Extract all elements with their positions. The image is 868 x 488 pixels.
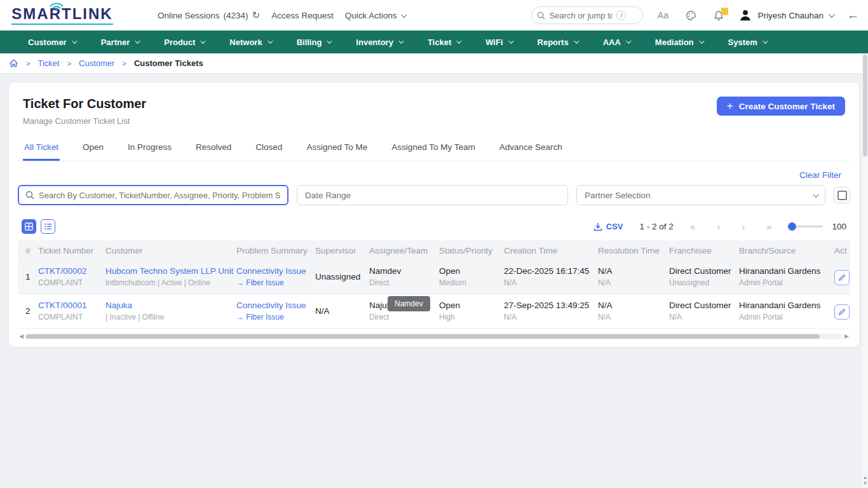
theme-palette-icon[interactable] [682,7,699,24]
tab-open[interactable]: Open [81,139,105,161]
ticket-search-field[interactable] [18,185,288,205]
nav-reports[interactable]: Reports [538,37,578,47]
nav-mediation[interactable]: Mediation [655,37,703,47]
slider-handle[interactable] [788,222,796,231]
create-customer-ticket-button[interactable]: + Create Customer Ticket [717,97,845,116]
nav-aaa[interactable]: AAA [603,37,630,47]
smartlink-logo[interactable]: SMARTLINK [9,6,116,25]
prev-page-button[interactable]: ‹ [717,221,720,232]
breadcrumb-customer[interactable]: Customer [79,58,114,68]
nav-ticket[interactable]: Ticket [428,37,460,47]
nav-system[interactable]: System [728,37,766,47]
edit-ticket-button[interactable] [834,270,850,285]
problem-summary-link[interactable]: Connectivity Issue [236,301,310,311]
grid-view-toggle[interactable] [22,219,36,234]
list-view-toggle[interactable] [41,219,55,234]
home-icon[interactable] [9,58,18,68]
table-row[interactable]: 1 CTKT/00002 COMPLAINT Hubcom Techno Sys… [18,261,850,295]
font-size-toggle[interactable]: Aa [654,7,671,24]
ticket-search-input[interactable] [39,191,281,200]
edit-ticket-button[interactable] [834,304,850,320]
online-sessions[interactable]: Online Sessions (4234) ↻ [158,10,260,21]
creation-time: 27-Sep-2025 13:49:25 [504,301,593,311]
scroll-right-arrow[interactable]: ▶ [844,334,849,339]
ticket-type: COMPLAINT [38,278,100,288]
nav-wifi[interactable]: WiFi [485,37,512,47]
scroll-left-arrow[interactable]: ◀ [19,334,24,339]
horizontal-scrollbar[interactable]: ◀ ▶ [19,333,849,339]
nav-partner[interactable]: Partner [101,37,139,47]
scroll-down-arrow[interactable]: ▲▼ [862,475,868,487]
problem-summary-link[interactable]: Connectivity Issue [236,266,310,277]
nav-label: Ticket [428,37,451,47]
chevron-down-icon [327,38,332,43]
breadcrumb-separator: > [122,60,126,67]
nav-label: Reports [538,37,569,47]
nav-network[interactable]: Network [229,37,271,47]
nav-customer[interactable]: Customer [28,37,76,47]
clear-filter-link[interactable]: Clear Filter [799,170,841,180]
csv-export-button[interactable]: CSV [593,222,623,231]
ticket-number-link[interactable]: CTKT/00001 [38,301,100,311]
ticket-number-link[interactable]: CTKT/00002 [38,266,100,277]
breadcrumb: > Ticket > Customer > Customer Tickets [0,53,868,74]
table-row[interactable]: 2 CTKT/00001 COMPLAINT Najuka | Inactive… [18,295,850,329]
nav-product[interactable]: Product [164,37,204,47]
nav-billing[interactable]: Billing [297,37,331,47]
partner-filter-checkbox[interactable] [834,187,850,203]
breadcrumb-ticket[interactable]: Ticket [37,58,59,68]
col-ticket-number: Ticket Number [36,246,103,255]
scrollbar-thumb[interactable] [26,334,820,339]
list-icon [44,222,52,231]
quick-actions-menu[interactable]: Quick Actions [345,11,405,20]
user-menu[interactable]: Priyesh Chauhan [738,8,833,22]
customer-status: | Inactive | Offline [105,313,231,323]
tab-advance-search[interactable]: Advance Search [498,139,564,161]
search-icon [537,11,545,20]
customer-link[interactable]: Najuka [105,301,231,311]
access-request-link[interactable]: Access Request [271,11,334,20]
nav-label: Customer [28,37,67,47]
vertical-scrollbar[interactable]: ▲▼ [862,53,868,488]
search-icon [25,191,34,200]
back-arrow-icon[interactable]: ← [847,8,859,22]
chevron-down-icon [268,38,273,43]
breadcrumb-separator: > [26,60,30,67]
next-page-button[interactable]: › [742,221,745,232]
table-toolbar: CSV 1 - 2 of 2 « ‹ › » 100 [18,205,850,240]
nav-label: AAA [603,37,621,47]
scrollbar-track[interactable] [25,334,843,339]
resolution-time: N/A [598,301,664,311]
priority-value: High [439,313,499,323]
last-page-button[interactable]: » [766,221,771,232]
tab-assigned-to-my-team[interactable]: Assigned To My Team [390,139,477,161]
nav-inventory[interactable]: Inventory [356,37,402,47]
main-navigation: Customer Partner Product Network Billing… [0,30,868,53]
user-name: Priyesh Chauhan [757,11,824,20]
date-range-input[interactable] [297,185,568,205]
tab-resolved[interactable]: Resolved [194,139,233,161]
first-page-button[interactable]: « [690,221,695,232]
refresh-icon[interactable]: ↻ [252,10,261,21]
tab-closed[interactable]: Closed [254,139,283,161]
ticket-type: COMPLAINT [38,313,100,323]
pencil-icon [838,308,846,316]
tab-in-progress[interactable]: In Progress [126,139,173,161]
access-request-label: Access Request [271,11,334,20]
scrollbar-thumb[interactable] [863,55,867,156]
nav-label: Partner [101,37,130,47]
customer-status: Intbmchubcom | Active | Online [105,278,231,288]
partner-selection-placeholder: Partner Selection [585,191,651,200]
customer-link[interactable]: Hubcom Techno System LLP Unit [105,266,231,277]
ticket-tabs: All Ticket Open In Progress Resolved Clo… [18,126,850,161]
partner-selection-dropdown[interactable]: Partner Selection [576,185,825,205]
global-search[interactable]: / [531,6,643,24]
page-size-slider[interactable]: 100 [788,222,846,231]
nav-label: WiFi [485,37,503,47]
branch-value: Hiranandani Gardens [739,301,829,311]
tab-assigned-to-me[interactable]: Assigned To Me [305,139,369,161]
notifications-bell-icon[interactable] [710,7,727,24]
global-search-input[interactable] [549,11,613,20]
tab-all-ticket[interactable]: All Ticket [23,139,60,161]
col-franchisee: Franchisee [667,246,736,255]
